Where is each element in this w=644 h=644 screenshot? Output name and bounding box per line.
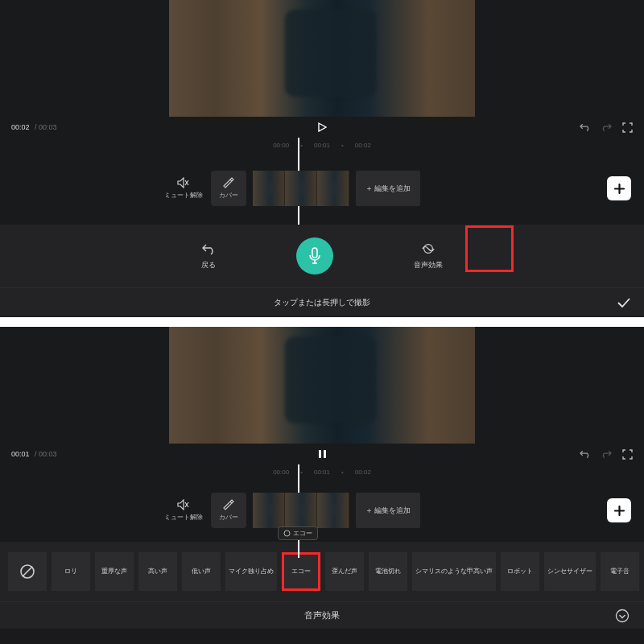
undo-icon[interactable]	[580, 448, 591, 460]
mute-toggle[interactable]: ミュート解除	[164, 499, 203, 522]
fx-item[interactable]: ロリ	[52, 552, 90, 591]
video-preview	[169, 327, 475, 444]
redo-icon[interactable]	[601, 122, 612, 133]
transport-bar: 00:01 / 00:03	[0, 444, 644, 464]
mute-label: ミュート解除	[164, 513, 203, 522]
fx-none-button[interactable]	[8, 552, 47, 591]
mic-record-button[interactable]	[296, 237, 333, 275]
mute-label: ミュート解除	[164, 191, 203, 200]
tutorial-highlight	[465, 225, 514, 272]
voice-fx-icon	[421, 242, 436, 256]
clip-segment[interactable]	[253, 493, 285, 528]
clip-track[interactable]	[253, 493, 349, 528]
mute-toggle[interactable]: ミュート解除	[164, 177, 203, 200]
clip-segment[interactable]	[285, 493, 317, 528]
redo-icon[interactable]	[601, 448, 612, 460]
clip-track[interactable]	[253, 171, 349, 206]
svg-point-8	[284, 530, 290, 536]
add-edit-button[interactable]: ＋ 編集を追加	[356, 171, 420, 206]
voice-fx-button[interactable]: 音声効果	[414, 242, 443, 270]
svg-rect-2	[312, 248, 317, 258]
pause-button[interactable]	[316, 448, 328, 460]
fx-item[interactable]: 歪んだ声	[325, 552, 364, 591]
time-ruler: 00:00• 00:01• 00:02	[0, 464, 644, 479]
panel-voice-fx: 00:01 / 00:03 00:00• 00:01• 00:02 ミュート解除…	[0, 327, 644, 644]
fx-item[interactable]: 高い声	[138, 552, 177, 591]
fx-item[interactable]: 低い声	[182, 552, 221, 591]
add-edit-button[interactable]: ＋ 編集を追加	[356, 493, 420, 528]
time-total: / 00:03	[33, 123, 57, 131]
fx-item[interactable]: 重厚な声	[95, 552, 134, 591]
record-controls: 戻る 音声効果	[0, 225, 644, 287]
add-clip-button[interactable]	[607, 176, 631, 200]
clip-segment[interactable]	[253, 171, 285, 206]
clip-segment[interactable]	[317, 171, 349, 206]
add-clip-button[interactable]	[607, 498, 631, 522]
back-label: 戻る	[201, 260, 216, 270]
preview-area[interactable]	[0, 0, 644, 117]
fx-item[interactable]: ロボット	[501, 552, 539, 591]
fx-item[interactable]: シンセサイザー	[544, 552, 596, 591]
timeline[interactable]: ミュート解除 カバー ＋ 編集を追加 エコー	[0, 479, 644, 542]
cover-button[interactable]: カバー	[211, 493, 246, 528]
fx-item[interactable]: 電子音	[601, 552, 639, 591]
timeline[interactable]: ミュート解除 カバー ＋ 編集を追加	[0, 152, 644, 225]
cover-label: カバー	[219, 191, 238, 200]
svg-point-11	[617, 609, 629, 621]
voice-fx-list[interactable]: ロリ 重厚な声 高い声 低い声 マイク独り占め エコー 歪んだ声 電池切れ シマ…	[0, 542, 644, 601]
hint-bar: タップまたは長押しで撮影	[0, 287, 644, 316]
applied-fx-chip[interactable]: エコー	[278, 526, 318, 540]
svg-rect-5	[324, 450, 326, 458]
svg-line-10	[23, 567, 32, 576]
time-current: 00:01	[11, 450, 30, 458]
confirm-fx-button[interactable]	[615, 609, 630, 623]
svg-rect-4	[319, 450, 321, 458]
time-current: 00:02	[11, 123, 30, 131]
confirm-button[interactable]	[617, 297, 631, 308]
clip-segment[interactable]	[317, 493, 349, 528]
panel-record: 00:02 / 00:03 00:00• 00:01• 00:02 ミュート解除…	[0, 0, 644, 317]
time-ruler: 00:00• 00:01• 00:02	[0, 138, 644, 152]
time-total: / 00:03	[33, 450, 57, 458]
fx-item-selected[interactable]: エコー	[282, 552, 320, 591]
transport-bar: 00:02 / 00:03	[0, 117, 644, 138]
cover-label: カバー	[219, 513, 238, 522]
fx-item[interactable]: マイク独り占め	[225, 552, 277, 591]
back-button[interactable]: 戻る	[201, 242, 216, 270]
clip-segment[interactable]	[285, 171, 317, 206]
undo-icon[interactable]	[580, 122, 591, 133]
back-icon	[201, 242, 216, 256]
cover-button[interactable]: カバー	[211, 171, 246, 206]
fx-item[interactable]: 電池切れ	[369, 552, 407, 591]
voice-fx-label: 音声効果	[414, 260, 443, 270]
play-button[interactable]	[316, 122, 328, 133]
hint-text: タップまたは長押しで撮影	[274, 297, 370, 308]
fx-footer-label: 音声効果	[304, 609, 340, 621]
preview-area[interactable]	[0, 327, 644, 444]
video-preview	[169, 0, 475, 117]
fullscreen-icon[interactable]	[621, 448, 633, 460]
fx-footer: 音声効果	[0, 601, 644, 629]
fullscreen-icon[interactable]	[621, 122, 633, 133]
fx-item[interactable]: シマリスのような甲高い声	[412, 552, 496, 591]
